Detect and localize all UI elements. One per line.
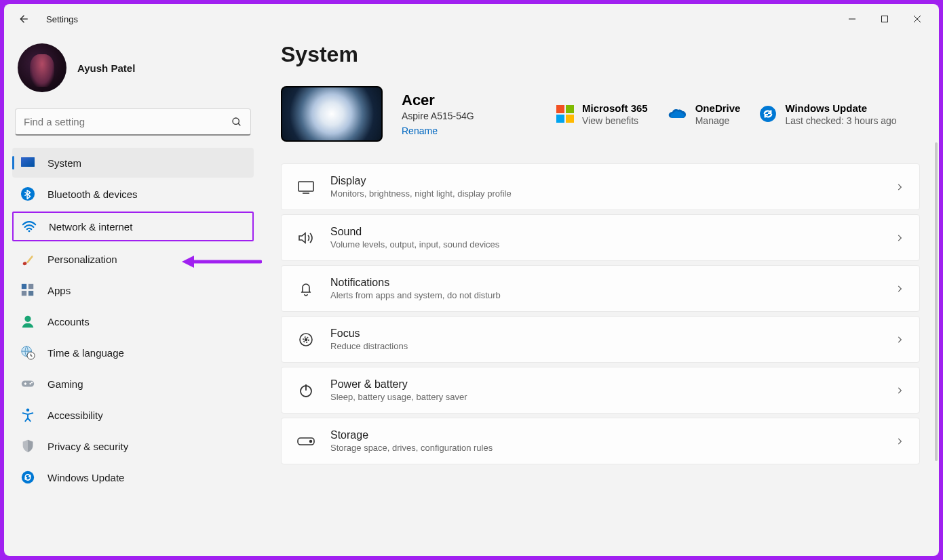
minimize-button[interactable] [836,4,868,34]
sound-icon [296,228,315,247]
gamepad-icon [20,376,35,391]
sidebar-item-label: Time & language [47,347,124,359]
info-sub: Manage [695,115,741,126]
storage-icon [296,432,315,451]
username: Ayush Patel [77,62,135,74]
sidebar-item-gaming[interactable]: Gaming [12,369,254,399]
chevron-right-icon [895,284,904,294]
microsoft-logo-icon [556,105,574,123]
sidebar-item-label: Windows Update [47,472,124,483]
svg-rect-23 [299,182,313,191]
sidebar-item-label: Network & internet [49,221,132,233]
avatar [18,43,66,92]
card-sound[interactable]: Sound Volume levels, output, input, soun… [281,214,920,261]
card-sub: Storage space, drives, configuration rul… [330,443,493,453]
card-sub: Reduce distractions [330,341,408,351]
card-focus[interactable]: Focus Reduce distractions [281,316,920,363]
svg-line-5 [238,123,240,125]
chevron-right-icon [895,386,904,395]
focus-icon [296,330,315,349]
svg-rect-7 [21,157,35,167]
card-title: Storage [330,429,493,441]
search-input[interactable] [24,116,231,127]
chevron-right-icon [895,335,904,344]
sidebar-item-privacy[interactable]: Privacy & security [12,431,254,461]
card-storage[interactable]: Storage Storage space, drives, configura… [281,418,920,464]
sidebar-item-label: Gaming [47,378,83,390]
back-arrow-icon [17,13,29,25]
device-name: Acer [402,92,510,109]
sidebar-item-time-language[interactable]: Time & language [12,338,254,367]
info-windows-update[interactable]: Windows Update Last checked: 3 hours ago [759,102,896,126]
info-microsoft365[interactable]: Microsoft 365 View benefits [556,102,648,126]
page-title: System [281,42,920,67]
info-title: Microsoft 365 [582,102,648,114]
scrollbar[interactable] [935,142,938,461]
device-info: Acer Aspire A515-54G Rename [402,92,510,136]
sidebar-item-accounts[interactable]: Accounts [12,306,254,336]
window-controls [836,4,934,34]
bell-icon [296,279,315,298]
wifi-icon [22,219,37,234]
sidebar-item-label: Privacy & security [47,441,128,452]
search-box[interactable] [15,108,251,136]
power-icon [296,381,315,400]
card-title: Power & battery [330,378,467,391]
sidebar-item-label: Accounts [47,316,90,327]
svg-point-14 [24,316,31,322]
settings-cards: Display Monitors, brightness, night ligh… [281,163,920,464]
card-title: Notifications [330,277,501,289]
card-notifications[interactable]: Notifications Alerts from apps and syste… [281,265,920,312]
sidebar-item-bluetooth[interactable]: Bluetooth & devices [12,179,254,209]
sidebar-item-network[interactable]: Network & internet [12,212,254,241]
svg-point-18 [29,383,31,384]
device-thumbnail[interactable] [281,86,383,142]
chevron-right-icon [895,182,904,192]
device-row: Acer Aspire A515-54G Rename Microsoft 36… [281,86,920,142]
sidebar: Ayush Patel System Bluetooth & de [4,34,262,556]
main: Ayush Patel System Bluetooth & de [4,34,939,556]
svg-point-19 [31,382,33,383]
svg-point-31 [310,440,312,442]
sidebar-item-system[interactable]: System [12,148,254,178]
app-title: Settings [46,14,78,24]
device-model: Aspire A515-54G [402,111,510,121]
paintbrush-icon [20,252,35,266]
user-block[interactable]: Ayush Patel [12,38,254,106]
content: System Acer Aspire A515-54G Rename Micro… [262,34,939,556]
chevron-right-icon [895,233,904,243]
clock-globe-icon [20,345,35,360]
info-sub: Last checked: 3 hours ago [785,115,896,126]
sidebar-item-apps[interactable]: Apps [12,275,254,305]
sidebar-item-label: Apps [47,285,71,296]
info-sub: View benefits [582,115,648,126]
card-sub: Monitors, brightness, night light, displ… [330,188,512,199]
maximize-button[interactable] [868,4,901,34]
card-sub: Volume levels, output, input, sound devi… [330,239,499,249]
close-button[interactable] [901,4,934,34]
info-onedrive[interactable]: OneDrive Manage [667,102,741,126]
minimize-icon [848,15,856,23]
card-display[interactable]: Display Monitors, brightness, night ligh… [281,163,920,210]
sidebar-item-label: Accessibility [47,409,103,421]
back-button[interactable] [9,5,37,33]
update-icon [759,105,777,123]
svg-rect-13 [28,291,33,296]
sidebar-item-windows-update[interactable]: Windows Update [12,462,254,492]
update-icon [20,470,35,485]
card-title: Sound [330,226,499,238]
rename-link[interactable]: Rename [402,125,510,136]
svg-rect-10 [22,284,26,289]
maximize-icon [881,15,889,23]
svg-rect-12 [22,291,26,296]
chevron-right-icon [895,437,904,446]
card-power[interactable]: Power & battery Sleep, battery usage, ba… [281,367,920,414]
close-icon [913,15,921,23]
info-title: OneDrive [695,102,741,114]
sidebar-item-personalization[interactable]: Personalization [12,244,254,274]
sidebar-item-accessibility[interactable]: Accessibility [12,400,254,430]
card-sub: Alerts from apps and system, do not dist… [330,290,501,300]
svg-point-21 [22,471,34,483]
display-icon [296,178,315,197]
system-icon [20,155,35,170]
